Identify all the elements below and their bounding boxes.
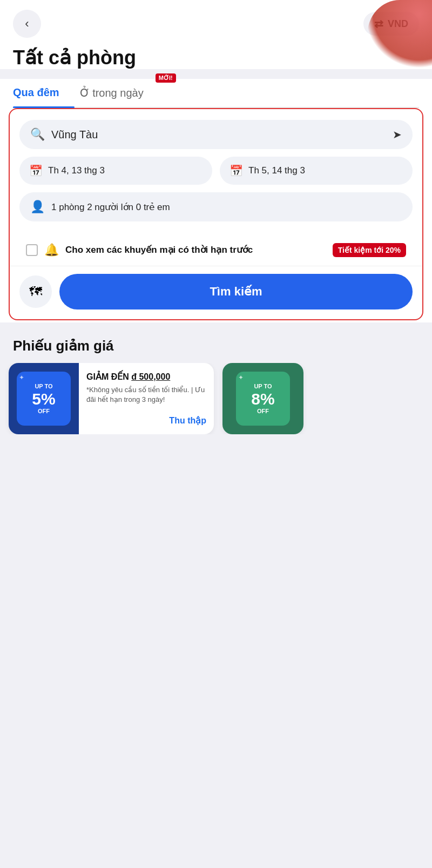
voucher-title-1: GIẢM ĐẾN đ 500,000: [86, 372, 206, 382]
promo-checkbox[interactable]: [26, 244, 38, 256]
ticket-icon-2: ✦ UP TO 8% OFF: [236, 372, 290, 426]
star-deco-2: ✦: [238, 374, 244, 381]
map-icon-button[interactable]: 🗺: [19, 275, 52, 308]
search-btn-container: 🗺 Tìm kiếm: [10, 266, 422, 319]
voucher-card-1: ✦ UP TO 5% OFF GIẢM ĐẾN đ 500,000 *Không…: [9, 363, 214, 434]
map-icon: 🗺: [29, 284, 42, 299]
voucher-desc-1: *Không yêu cầu số tiền tối thiểu. | Ưu đ…: [86, 385, 206, 405]
checkout-calendar-icon: 📅: [230, 164, 243, 177]
tabs-row: Qua đêm Ở trong ngày MỚI!: [13, 79, 419, 108]
person-icon: 👤: [30, 200, 45, 214]
location-arrow-icon[interactable]: ➤: [393, 128, 402, 141]
voucher-card-2: ✦ UP TO 8% OFF: [222, 363, 303, 434]
collect-button-1[interactable]: Thu thập: [86, 415, 206, 426]
checkin-label: Th 4, 13 thg 3: [48, 165, 105, 176]
ticket-label-1: UP TO 5% OFF: [32, 383, 55, 414]
voucher-section-title: Phiếu giảm giá: [0, 322, 432, 363]
voucher-row: ✦ UP TO 5% OFF GIẢM ĐẾN đ 500,000 *Không…: [0, 363, 432, 434]
promo-alert-row: 🔔 Cho xem các khuyến mại có thời hạn trư…: [15, 234, 417, 266]
back-button[interactable]: ‹: [13, 10, 41, 38]
header: ‹ ⇄ VND Tất cả phòng: [0, 0, 432, 69]
location-input-row[interactable]: 🔍 ➤: [19, 120, 413, 149]
search-form-container: 🔍 ➤ 📅 Th 4, 13 thg 3 📅 Th 5, 14 thg 3 👤 …: [9, 108, 423, 320]
voucher-info-1: GIẢM ĐẾN đ 500,000 *Không yêu cầu số tiề…: [79, 363, 214, 434]
checkout-button[interactable]: 📅 Th 5, 14 thg 3: [220, 157, 413, 185]
promo-text: Cho xem các khuyến mại có thời hạn trước: [65, 244, 326, 257]
voucher-icon-block-2: ✦ UP TO 8% OFF: [222, 363, 303, 434]
bottom-area: [0, 434, 432, 586]
guests-label: 1 phòng 2 người lớn 0 trẻ em: [51, 201, 170, 213]
guests-button[interactable]: 👤 1 phòng 2 người lớn 0 trẻ em: [19, 192, 413, 221]
ticket-icon-1: ✦ UP TO 5% OFF: [17, 372, 71, 426]
header-top: ‹ ⇄ VND: [13, 10, 419, 38]
voucher-icon-block-1: ✦ UP TO 5% OFF: [9, 363, 79, 434]
tab-daytime[interactable]: Ở trong ngày MỚI!: [75, 79, 159, 107]
star-deco-1: ✦: [19, 374, 24, 381]
tab-overnight[interactable]: Qua đêm: [13, 79, 75, 107]
checkin-button[interactable]: 📅 Th 4, 13 thg 3: [19, 157, 212, 185]
date-row: 📅 Th 4, 13 thg 3 📅 Th 5, 14 thg 3: [19, 157, 413, 185]
checkin-calendar-icon: 📅: [29, 164, 43, 177]
save-badge: Tiết kiệm tới 20%: [333, 243, 406, 257]
search-icon: 🔍: [30, 127, 45, 142]
search-form-inner: 🔍 ➤ 📅 Th 4, 13 thg 3 📅 Th 5, 14 thg 3 👤 …: [10, 109, 422, 234]
search-main-button[interactable]: Tìm kiếm: [59, 274, 413, 309]
deco-blob: [367, 0, 432, 70]
alarm-icon: 🔔: [44, 243, 59, 257]
tabs-section: Qua đêm Ở trong ngày MỚI!: [0, 79, 432, 108]
ticket-label-2: UP TO 8% OFF: [251, 383, 274, 414]
voucher-section: Phiếu giảm giá ✦ UP TO 5% OFF GIẢM ĐẾN: [0, 322, 432, 434]
checkout-label: Th 5, 14 thg 3: [248, 165, 305, 176]
new-badge: MỚI!: [156, 73, 176, 83]
page-title: Tất cả phòng: [13, 46, 419, 69]
location-input[interactable]: [51, 129, 393, 141]
